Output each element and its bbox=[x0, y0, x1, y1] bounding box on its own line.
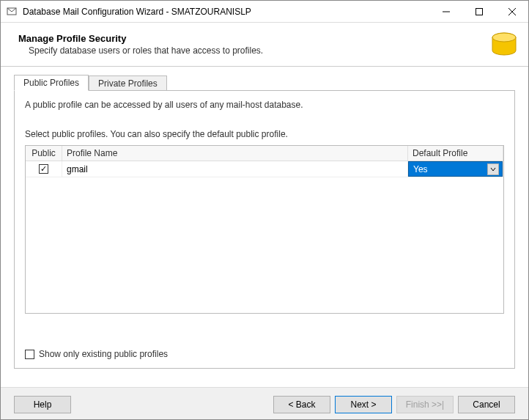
show-only-label: Show only existing public profiles bbox=[39, 349, 168, 359]
help-button[interactable]: Help bbox=[14, 396, 71, 413]
back-button[interactable]: < Back bbox=[273, 396, 330, 413]
show-only-existing-checkbox[interactable]: Show only existing public profiles bbox=[25, 349, 168, 359]
column-header-public[interactable]: Public bbox=[26, 146, 62, 161]
cancel-button[interactable]: Cancel bbox=[458, 396, 515, 413]
chevron-down-icon bbox=[487, 163, 499, 175]
svg-rect-2 bbox=[476, 8, 482, 15]
public-checkbox-icon bbox=[39, 164, 48, 174]
instruction-text: Select public profiles. You can also spe… bbox=[25, 129, 504, 139]
default-profile-dropdown[interactable]: Yes bbox=[408, 161, 503, 177]
profiles-grid: Public Profile Name Default Profile gmai… bbox=[25, 145, 504, 314]
window-title: Database Mail Configuration Wizard - SMA… bbox=[23, 7, 429, 17]
info-text: A public profile can be accessed by all … bbox=[25, 100, 504, 110]
finish-button: Finish >>| bbox=[396, 396, 454, 413]
dropdown-value: Yes bbox=[413, 164, 428, 174]
svg-point-6 bbox=[492, 33, 516, 42]
show-only-checkbox-icon bbox=[25, 350, 34, 359]
close-button[interactable] bbox=[495, 1, 528, 22]
page-subtitle: Specify database users or roles that hav… bbox=[29, 45, 515, 56]
grid-header: Public Profile Name Default Profile bbox=[26, 146, 503, 161]
table-row: gmail Yes bbox=[26, 161, 503, 177]
cell-default-profile[interactable]: Yes bbox=[408, 161, 503, 177]
maximize-button[interactable] bbox=[462, 1, 495, 22]
window-controls bbox=[429, 1, 528, 22]
column-header-default[interactable]: Default Profile bbox=[408, 146, 503, 161]
tab-public-profiles[interactable]: Public Profiles bbox=[14, 75, 89, 91]
cell-profile-name[interactable]: gmail bbox=[62, 161, 408, 177]
next-button[interactable]: Next > bbox=[335, 396, 392, 413]
wizard-header: Manage Profile Security Specify database… bbox=[1, 23, 528, 67]
page-title: Manage Profile Security bbox=[18, 33, 515, 44]
wizard-footer: Help < Back Next > Finish >>| Cancel bbox=[1, 387, 528, 420]
header-icon bbox=[487, 29, 521, 62]
tab-private-profiles[interactable]: Private Profiles bbox=[89, 75, 167, 91]
titlebar: Database Mail Configuration Wizard - SMA… bbox=[1, 1, 528, 23]
cell-public-checkbox[interactable] bbox=[26, 161, 62, 177]
minimize-button[interactable] bbox=[429, 1, 462, 22]
tab-strip: Public Profiles Private Profiles bbox=[14, 74, 515, 90]
content-area: Public Profiles Private Profiles A publi… bbox=[1, 67, 528, 369]
column-header-name[interactable]: Profile Name bbox=[62, 146, 408, 161]
app-icon bbox=[7, 6, 18, 18]
tab-body-public: A public profile can be accessed by all … bbox=[14, 90, 515, 369]
